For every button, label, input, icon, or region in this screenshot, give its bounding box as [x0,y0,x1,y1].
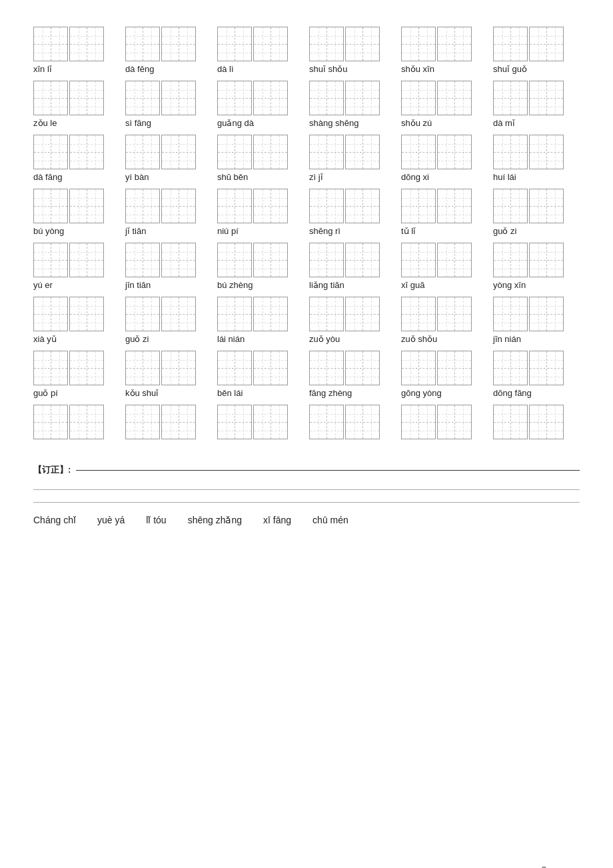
page-wrapper: xīn lǐdà fēngdà lìshuǐ shǒushǒu xīnshuǐ … [33,27,580,868]
char-box-row-3-2 [217,189,288,223]
pinyin-label-empty-7-4 [401,442,404,452]
char-box-2-2-1 [253,135,288,169]
char-box-row-6-0 [33,351,104,385]
char-box-6-2-0 [217,351,252,385]
cell-group-4-5: yòng xīn [493,243,573,295]
cell-group-5-3: zuǒ yòu [309,297,389,349]
cell-group-0-5: shuǐ guǒ [493,27,573,79]
char-box-6-5-0 [493,351,528,385]
correction-label: 【订正】: [33,464,71,476]
char-box-row-1-0 [33,81,104,115]
cell-group-4-2: bú zhèng [217,243,297,295]
char-box-row-6-2 [217,351,288,385]
pinyin-label-4-1: jīn tiān [125,280,151,290]
cell-group-6-5: dōng fāng [493,351,573,403]
grid-row-2: dà fāngyí bànshū běnzì jǐdōng xihuí lái [33,135,580,187]
char-box-3-1-0 [125,189,160,223]
char-box-1-1-1 [161,81,196,115]
cell-group-1-1: sì fāng [125,81,205,133]
char-box-5-4-1 [437,297,472,331]
grid-row-5: xià yǔguǒ zilái niánzuǒ yòuzuǒ shǒujīn n… [33,297,580,349]
char-box-row-7-3 [309,405,380,439]
pinyin-label-6-0: guǒ pí [33,388,58,398]
char-box-1-5-0 [493,81,528,115]
char-box-3-5-1 [529,189,564,223]
char-box-4-0-1 [69,243,104,277]
char-box-row-1-4 [401,81,472,115]
pinyin-label-empty-7-5 [493,442,496,452]
cell-group-3-1: jǐ tiān [125,189,205,241]
cell-group-4-4: xī guā [401,243,481,295]
char-box-row-3-3 [309,189,380,223]
char-box-7-4-0 [401,405,436,439]
pinyin-label-5-3: zuǒ yòu [309,334,340,344]
char-box-3-4-0 [401,189,436,223]
cell-group-0-1: dà fēng [125,27,205,79]
char-box-5-1-0 [125,297,160,331]
pinyin-label-6-2: běn lái [217,388,243,398]
bottom-item-0: Cháng chǐ [33,515,76,525]
pinyin-label-5-4: zuǒ shǒu [401,334,437,344]
char-box-7-4-1 [437,405,472,439]
char-box-row-2-4 [401,135,472,169]
bottom-pinyin-row: Cháng chǐyuè yálǐ tóushēng zhǎngxī fāngc… [33,515,580,525]
cell-group-6-2: běn lái [217,351,297,403]
pinyin-label-4-4: xī guā [401,280,424,290]
cell-group-0-2: dà lì [217,27,297,79]
correction-underline [76,470,580,471]
char-box-2-4-0 [401,135,436,169]
char-box-4-4-0 [401,243,436,277]
cell-group-5-5: jīn nián [493,297,573,349]
char-box-3-2-0 [217,189,252,223]
char-box-2-5-0 [493,135,528,169]
pinyin-label-5-1: guǒ zi [125,334,149,344]
char-box-row-5-2 [217,297,288,331]
char-box-0-4-1 [437,27,472,61]
char-box-1-0-1 [69,81,104,115]
char-box-3-0-1 [69,189,104,223]
char-box-4-5-1 [529,243,564,277]
grid-row-3: bú yòngjǐ tiānniú píshēng rìtǔ lǐguǒ zi [33,189,580,241]
char-box-0-1-0 [125,27,160,61]
char-box-0-0-1 [69,27,104,61]
pinyin-label-3-3: shēng rì [309,226,340,236]
pinyin-label-1-0: zǒu le [33,118,57,128]
cell-group-6-0: guǒ pí [33,351,113,403]
char-box-row-3-1 [125,189,196,223]
pinyin-label-0-1: dà fēng [125,64,154,74]
pinyin-label-0-5: shuǐ guǒ [493,64,527,74]
char-box-6-2-1 [253,351,288,385]
cell-group-6-1: kǒu shuǐ [125,351,205,403]
char-box-2-1-1 [161,135,196,169]
pinyin-label-5-2: lái nián [217,334,245,344]
pinyin-label-6-4: gōng yòng [401,388,442,398]
cell-group-2-1: yí bàn [125,135,205,187]
char-box-7-1-0 [125,405,160,439]
char-box-row-5-3 [309,297,380,331]
char-box-7-5-1 [529,405,564,439]
char-box-5-3-1 [345,297,380,331]
char-box-row-7-2 [217,405,288,439]
bottom-item-4: xī fāng [263,515,291,525]
char-box-0-1-1 [161,27,196,61]
char-box-2-5-1 [529,135,564,169]
char-box-row-0-4 [401,27,472,61]
char-box-7-1-1 [161,405,196,439]
char-box-5-0-0 [33,297,68,331]
char-box-7-0-1 [69,405,104,439]
char-box-1-4-1 [437,81,472,115]
char-box-6-3-1 [345,351,380,385]
char-box-0-3-0 [309,27,344,61]
char-box-row-5-1 [125,297,196,331]
pinyin-label-empty-7-1 [125,442,128,452]
char-box-7-3-0 [309,405,344,439]
char-box-1-2-1 [253,81,288,115]
char-box-row-3-0 [33,189,104,223]
cell-group-6-4: gōng yòng [401,351,481,403]
pinyin-label-1-4: shǒu zú [401,118,432,128]
pinyin-label-4-2: bú zhèng [217,280,253,290]
char-box-row-3-4 [401,189,472,223]
bottom-item-5: chū mén [312,515,348,525]
char-box-row-1-1 [125,81,196,115]
char-box-1-4-0 [401,81,436,115]
